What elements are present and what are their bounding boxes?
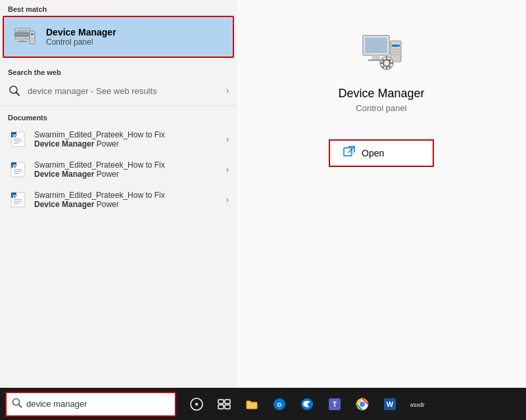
word-doc-icon-1: W [8, 129, 28, 149]
svg-rect-15 [14, 141, 22, 142]
list-item[interactable]: W Swarnim_Edited_Prateek_How to Fix Devi… [0, 124, 237, 154]
svg-rect-20 [14, 169, 22, 170]
svg-text:T: T [333, 401, 337, 408]
best-match-item[interactable]: Device Manager Control panel [3, 16, 234, 58]
taskbar-search-icon [12, 398, 22, 410]
system-tray[interactable]: wsxdn [405, 392, 430, 417]
best-match-title: Device Manager [46, 27, 116, 37]
svg-point-64 [360, 402, 365, 407]
svg-rect-37 [392, 54, 400, 55]
svg-rect-30 [365, 37, 387, 53]
svg-rect-31 [372, 55, 380, 59]
best-match-label: Best match [0, 0, 237, 16]
file-explorer-button[interactable] [239, 392, 264, 417]
svg-rect-48 [344, 148, 352, 156]
svg-rect-34 [392, 45, 400, 47]
svg-line-10 [16, 93, 20, 96]
open-icon [343, 146, 355, 160]
svg-rect-56 [218, 405, 224, 409]
web-search-item[interactable]: device manager - See web results › [0, 79, 237, 103]
svg-text:D: D [277, 402, 282, 408]
word-doc-icon-3: W [8, 190, 28, 210]
right-title: Device Manager [338, 87, 424, 101]
documents-label: Documents [0, 108, 237, 124]
svg-text:W: W [12, 133, 18, 139]
svg-rect-14 [14, 139, 22, 140]
chrome-button[interactable] [350, 392, 375, 417]
doc-2-chevron-icon: › [226, 165, 229, 174]
taskbar-search-box[interactable] [5, 392, 176, 417]
svg-line-51 [18, 404, 22, 408]
svg-text:W: W [387, 400, 394, 408]
task-view-button[interactable] [212, 392, 237, 417]
doc-1-chevron-icon: › [226, 135, 229, 144]
taskbar-icons: D T [184, 392, 430, 417]
svg-rect-2 [20, 39, 24, 41]
svg-rect-35 [392, 49, 400, 50]
doc-text-3: Swarnim_Edited_Prateek_How to Fix Device… [34, 191, 226, 209]
web-search-text: device manager - See web results [28, 86, 226, 96]
svg-rect-36 [392, 51, 400, 53]
left-panel: Best match Device Manager [0, 0, 237, 388]
dell-icon[interactable]: D [267, 392, 292, 417]
open-button[interactable]: Open [329, 139, 434, 167]
list-item[interactable]: W Swarnim_Edited_Prateek_How to Fix Devi… [0, 154, 237, 185]
svg-rect-7 [31, 36, 34, 37]
svg-text:wsxdn: wsxdn [410, 402, 425, 408]
device-manager-icon-small [12, 24, 38, 50]
best-match-subtitle: Control panel [46, 37, 116, 47]
web-search-chevron-icon: › [226, 86, 229, 95]
svg-text:W: W [12, 193, 18, 199]
svg-rect-8 [31, 38, 34, 39]
teams-button[interactable]: T [322, 392, 347, 417]
svg-rect-43 [391, 62, 393, 64]
edge-browser-button[interactable] [295, 392, 320, 417]
svg-rect-28 [14, 203, 19, 204]
doc-text-1: Swarnim_Edited_Prateek_How to Fix Device… [34, 130, 226, 149]
doc-3-chevron-icon: › [226, 195, 229, 204]
svg-text:W: W [12, 163, 18, 169]
svg-rect-5 [30, 31, 35, 44]
search-ui: Best match Device Manager [0, 0, 526, 388]
svg-rect-22 [14, 173, 19, 174]
svg-rect-6 [31, 34, 34, 35]
best-match-text: Device Manager Control panel [46, 27, 116, 47]
web-section-label: Search the web [0, 63, 237, 79]
search-web-icon [8, 84, 21, 97]
svg-rect-4 [15, 33, 30, 36]
right-panel: Device Manager Control panel Open [237, 0, 526, 388]
device-manager-icon-large [355, 26, 408, 79]
svg-point-53 [195, 403, 198, 406]
right-icon-area: Device Manager Control panel [338, 26, 424, 129]
taskbar-search-input[interactable] [26, 399, 170, 409]
divider-1 [0, 105, 237, 106]
word-doc-icon-2: W [8, 160, 28, 179]
open-label: Open [362, 148, 384, 158]
taskbar: D T [0, 388, 526, 420]
right-subtitle: Control panel [356, 103, 406, 113]
svg-rect-16 [14, 143, 19, 144]
list-item[interactable]: W Swarnim_Edited_Prateek_How to Fix Devi… [0, 185, 237, 215]
svg-rect-41 [386, 67, 387, 70]
start-button[interactable] [184, 392, 209, 417]
svg-rect-54 [218, 400, 224, 404]
svg-rect-26 [14, 199, 22, 200]
svg-rect-21 [14, 171, 22, 172]
svg-rect-27 [14, 201, 22, 202]
svg-rect-40 [386, 57, 387, 59]
word-button[interactable]: W [377, 392, 402, 417]
svg-rect-55 [225, 400, 230, 404]
doc-text-2: Swarnim_Edited_Prateek_How to Fix Device… [34, 160, 226, 179]
svg-rect-3 [18, 41, 27, 42]
svg-rect-42 [380, 62, 383, 64]
svg-rect-57 [225, 405, 230, 409]
